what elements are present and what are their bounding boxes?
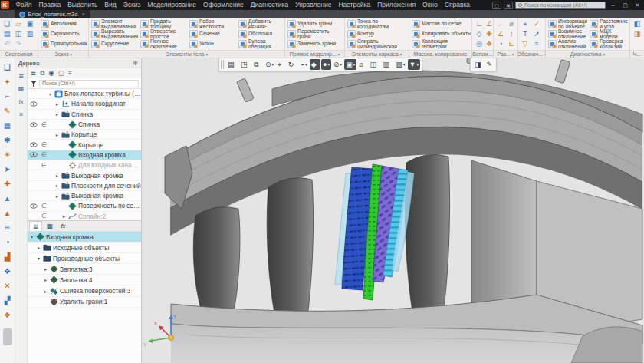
ribbon-command[interactable]: Сечение xyxy=(187,29,236,39)
dropdown-caret-icon[interactable]: ▾ xyxy=(403,62,406,67)
panel-tab-fx[interactable]: fx xyxy=(16,96,27,107)
tree-row[interactable]: ∈ ▸ Спинка xyxy=(28,110,141,120)
redo-icon[interactable]: ↷ xyxy=(13,39,24,49)
new-document-icon[interactable]: ❏ xyxy=(2,19,12,29)
dropdown-caret-icon[interactable]: ▾ xyxy=(272,62,274,67)
prism-tool-icon[interactable]: ▲ xyxy=(1,191,15,206)
tree-row[interactable]: ∈ ▸ Корытце xyxy=(28,130,141,140)
turbine-blade-block-model[interactable]: Z X Y xyxy=(142,58,644,363)
panel-tab-list[interactable]: ≡ xyxy=(16,109,27,120)
expand-arrow-icon[interactable]: ▸ xyxy=(56,101,61,107)
tree-search-icon[interactable]: ◉ xyxy=(48,68,54,78)
save-icon[interactable]: ▣ xyxy=(25,19,35,29)
tree-relations-icon[interactable]: ⧉ xyxy=(40,68,44,78)
ribbon-command[interactable]: Полное скругление xyxy=(138,39,187,49)
ribbon-command[interactable]: Точка по координатам xyxy=(345,19,409,29)
fill-tool-icon[interactable]: ▟ xyxy=(1,249,15,264)
clip-box-icon[interactable]: ◫ ▾ xyxy=(368,59,380,70)
ribbon-command[interactable]: Автолиния xyxy=(38,19,87,29)
visibility-eye-icon[interactable] xyxy=(28,101,39,107)
add-tool-icon[interactable]: ✚ xyxy=(1,177,15,191)
vertical-dimension-icon[interactable]: ↕ xyxy=(506,29,517,39)
ribbon-command[interactable]: Элемент выдавливания xyxy=(89,19,138,29)
tree-row[interactable]: ∈ Корытце xyxy=(28,140,141,150)
tree-row[interactable]: ▾ Входная кромка xyxy=(28,232,141,243)
expand-arrow-icon[interactable]: ▾ xyxy=(38,256,43,261)
clip-plane-icon[interactable]: ⧄ ▾ xyxy=(357,59,367,70)
expand-arrow-icon[interactable]: ▸ xyxy=(56,132,61,137)
zoom-icon[interactable]: ⊙ ▾ xyxy=(264,59,275,70)
drawing-view-icon[interactable]: ◧ xyxy=(632,19,642,29)
tree-select-icon[interactable]: ▢ xyxy=(58,68,64,78)
undo-icon[interactable]: ↶ xyxy=(2,39,12,49)
subtab-structure[interactable]: ≣ xyxy=(29,221,42,231)
group-caret-icon[interactable]: ▾ xyxy=(400,52,402,57)
menu-item[interactable]: Выделить xyxy=(64,0,101,10)
restore-button[interactable]: ▢ xyxy=(620,1,630,9)
dropdown-caret-icon[interactable]: ▾ xyxy=(305,62,307,67)
expand-arrow-icon[interactable]: ▸ xyxy=(56,111,61,117)
orientation-icon[interactable]: ⌁ ▾ xyxy=(299,59,309,70)
ribbon-command[interactable]: Информация об объекте xyxy=(546,19,587,29)
aux-plane-icon[interactable]: ∟ xyxy=(474,19,485,29)
close-button[interactable]: ✕ xyxy=(632,1,642,9)
open-document-icon[interactable]: ▱ xyxy=(13,19,24,29)
tree-row[interactable]: ∈ ▸ Выходная кромка xyxy=(28,191,141,201)
hide-objects-icon[interactable]: ⊘ ▾ xyxy=(332,59,343,70)
group-caret-icon[interactable]: ▾ xyxy=(338,52,340,57)
rotate-view-icon[interactable]: ↻ ▾ xyxy=(287,59,298,70)
components-icon[interactable]: ⧉ ▾ xyxy=(252,59,263,70)
strip-scroll-thumb[interactable] xyxy=(3,328,12,345)
filter-funnel-icon[interactable] xyxy=(30,80,37,87)
drawing-layout-icon[interactable]: ◨ xyxy=(632,29,642,39)
tree-row[interactable]: ▾ Производные объекты xyxy=(28,253,141,264)
tree-row[interactable]: ∈ Входная кромка xyxy=(28,150,141,160)
ribbon-command[interactable]: Копировать объекты xyxy=(409,29,472,39)
tree-row[interactable]: ▸ Сшивка поверхностей:3 xyxy=(28,285,141,296)
menu-item[interactable]: Приложения xyxy=(374,0,419,10)
tree-row[interactable]: ∈ Поверхность по сети кривых:9 xyxy=(28,201,141,211)
sketch-tool-icon[interactable]: ✦ xyxy=(1,74,15,89)
tree-row[interactable]: ▸ Заплатка:3 xyxy=(28,264,141,275)
menu-item[interactable]: Настройка xyxy=(335,0,374,10)
expand-arrow-icon[interactable]: ▾ xyxy=(31,234,36,239)
document-tab[interactable]: Блок_лопаток.m3d × xyxy=(15,10,90,18)
toolbar-drag-handle[interactable] xyxy=(221,60,224,69)
burst-tool-icon[interactable]: ✳ xyxy=(1,147,15,162)
subtab-fx[interactable]: fx xyxy=(57,221,70,231)
coordinate-tool-icon[interactable]: ⌐ xyxy=(1,89,15,104)
group-caret-icon[interactable]: ▾ xyxy=(205,52,208,57)
menu-item[interactable]: Оформление xyxy=(200,0,248,10)
display-mode-icon[interactable]: ◆ ▾ xyxy=(310,59,320,70)
zones-icon[interactable]: ▥ ▾ xyxy=(381,59,393,70)
menu-item[interactable]: Моделирование xyxy=(144,0,200,10)
dock-panel-icon[interactable]: ▤ ▾ xyxy=(226,59,238,70)
mesh-tool-icon[interactable]: ▦ xyxy=(1,118,15,133)
ribbon-command[interactable]: Отверстие простое xyxy=(138,29,187,39)
tree-row[interactable]: ∈ ▸ Начало координат xyxy=(28,99,141,109)
expand-arrow-icon[interactable]: ▸ xyxy=(56,193,61,199)
menu-item[interactable]: Справка xyxy=(441,0,473,10)
tree-row[interactable]: ∈ Спинка xyxy=(28,120,141,130)
leader-icon[interactable]: ➚ xyxy=(531,29,542,39)
aux-cs-icon[interactable]: ✚ xyxy=(484,29,495,39)
ordinate-dimension-icon[interactable]: ⊾ xyxy=(506,39,517,49)
home-tab[interactable]: ⌂ ▾ xyxy=(0,10,15,18)
ribbon-command[interactable]: Анализ отклонений xyxy=(546,39,587,49)
tree-search-input[interactable] xyxy=(39,80,139,87)
sketch-pencil-icon[interactable]: ✎ xyxy=(485,59,495,70)
text-label-icon[interactable]: Т xyxy=(520,29,531,39)
ribbon-command[interactable]: МЦХ модели xyxy=(587,29,629,39)
aux-point-icon[interactable]: ◇ xyxy=(474,29,485,39)
ribbon-command[interactable]: Придать толщину xyxy=(138,19,187,29)
expand-arrow-icon[interactable]: ▸ xyxy=(44,289,50,294)
menu-item[interactable]: Правка xyxy=(35,0,64,10)
dropdown-caret-icon[interactable]: ▾ xyxy=(328,62,330,67)
ribbon-command[interactable]: Прямоугольник xyxy=(38,39,87,49)
ribbon-command[interactable]: Удалить грани xyxy=(285,19,344,29)
ribbon-command[interactable]: Окружность xyxy=(38,29,87,39)
dropdown-caret-icon[interactable]: ▾ xyxy=(353,62,356,67)
radial-dimension-icon[interactable]: ◔ xyxy=(495,39,506,49)
tree-structure-icon[interactable]: ≣ xyxy=(31,68,36,78)
panel-tab-composition[interactable]: ▦ xyxy=(16,83,27,94)
